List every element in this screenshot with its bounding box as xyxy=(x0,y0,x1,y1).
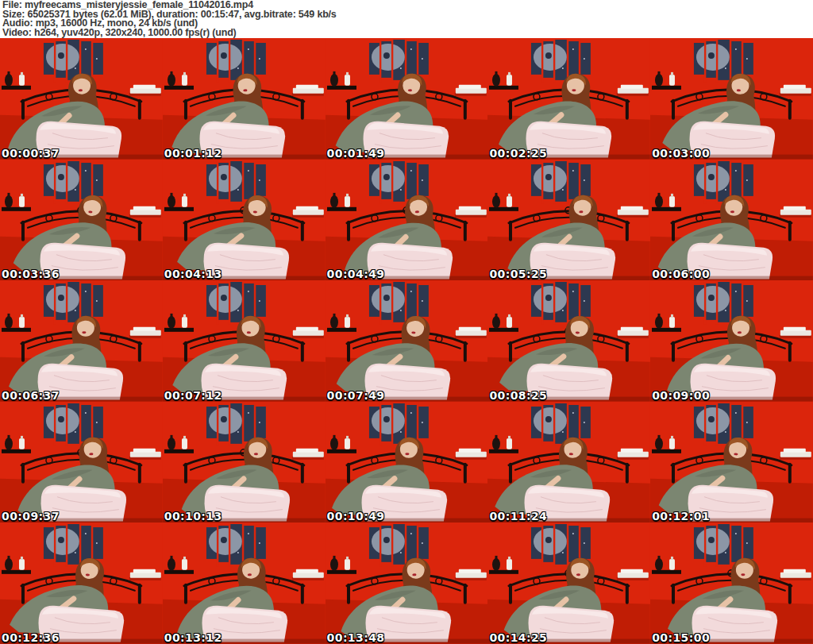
timestamp-overlay: 00:00:37 xyxy=(2,147,60,160)
metadata-header: File: myfreecams_misteryjessie_female_11… xyxy=(0,0,813,38)
video-frame-illustration xyxy=(163,523,326,644)
video-frame-illustration xyxy=(487,160,650,281)
video-frame-illustration xyxy=(0,523,163,644)
thumbnail-cell: 00:07:12 xyxy=(163,280,326,402)
thumbnail-cell: 00:11:24 xyxy=(487,402,650,523)
thumbnail-cell: 00:04:13 xyxy=(163,160,326,281)
timestamp-overlay: 00:04:13 xyxy=(164,268,222,280)
timestamp-overlay: 00:03:36 xyxy=(2,268,60,280)
timestamp-overlay: 00:08:25 xyxy=(489,389,547,402)
timestamp-overlay: 00:03:00 xyxy=(652,147,710,160)
video-frame-illustration xyxy=(487,402,650,523)
timestamp-overlay: 00:09:37 xyxy=(2,510,60,523)
thumbnail-cell: 00:10:13 xyxy=(163,402,326,523)
thumbnail-cell: 00:13:12 xyxy=(163,523,326,644)
thumbnail-cell: 00:01:49 xyxy=(326,38,488,160)
thumbnail-cell: 00:03:36 xyxy=(0,160,163,281)
video-frame-illustration xyxy=(487,280,650,402)
video-frame-illustration xyxy=(650,402,813,523)
thumbnail-cell: 00:06:00 xyxy=(650,160,813,281)
thumbnail-cell: 00:07:49 xyxy=(326,280,488,402)
video-frame-illustration xyxy=(0,160,163,281)
thumbnail-cell: 00:02:25 xyxy=(487,38,650,160)
timestamp-overlay: 00:01:12 xyxy=(164,147,222,160)
video-frame-illustration xyxy=(650,38,813,160)
video-frame-illustration xyxy=(326,160,488,281)
timestamp-overlay: 00:13:12 xyxy=(164,631,222,644)
video-frame-illustration xyxy=(0,402,163,523)
timestamp-overlay: 00:10:49 xyxy=(327,510,385,523)
thumbnail-cell: 00:15:00 xyxy=(650,523,813,644)
thumbnail-cell: 00:06:37 xyxy=(0,280,163,402)
video-frame-illustration xyxy=(487,523,650,644)
thumbnail-grid: 00:00:37 xyxy=(0,38,813,644)
timestamp-overlay: 00:12:36 xyxy=(2,631,60,644)
thumbnail-cell: 00:09:37 xyxy=(0,402,163,523)
video-frame-illustration xyxy=(326,402,488,523)
video-frame-illustration xyxy=(163,280,326,402)
video-frame-illustration xyxy=(650,523,813,644)
thumbnail-cell: 00:01:12 xyxy=(163,38,326,160)
thumbnail-cell: 00:03:00 xyxy=(650,38,813,160)
timestamp-overlay: 00:12:01 xyxy=(652,510,710,523)
timestamp-overlay: 00:06:37 xyxy=(2,389,60,402)
thumbnail-cell: 00:05:25 xyxy=(487,160,650,281)
thumbnail-cell: 00:08:25 xyxy=(487,280,650,402)
timestamp-overlay: 00:10:13 xyxy=(164,510,222,523)
timestamp-overlay: 00:01:49 xyxy=(327,147,385,160)
video-frame-illustration xyxy=(163,402,326,523)
thumbnail-cell: 00:12:36 xyxy=(0,523,163,644)
timestamp-overlay: 00:04:49 xyxy=(327,268,385,280)
timestamp-overlay: 00:09:00 xyxy=(652,389,710,402)
video-frame-illustration xyxy=(650,160,813,281)
video-frame-illustration xyxy=(326,523,488,644)
video-line: Video: h264, yuv420p, 320x240, 1000.00 f… xyxy=(2,29,813,38)
timestamp-overlay: 00:15:00 xyxy=(652,631,710,644)
thumbnail-cell: 00:04:49 xyxy=(326,160,488,281)
timestamp-overlay: 00:06:00 xyxy=(652,268,710,280)
video-frame-illustration xyxy=(0,38,163,160)
video-frame-illustration xyxy=(487,38,650,160)
timestamp-overlay: 00:11:24 xyxy=(489,510,547,523)
video-frame-illustration xyxy=(0,280,163,402)
video-frame-illustration xyxy=(163,38,326,160)
video-frame-illustration xyxy=(650,280,813,402)
thumbnail-cell: 00:00:37 xyxy=(0,38,163,160)
timestamp-overlay: 00:02:25 xyxy=(489,147,547,160)
video-frame-illustration xyxy=(326,38,488,160)
video-frame-illustration xyxy=(326,280,488,402)
timestamp-overlay: 00:07:49 xyxy=(327,389,385,402)
video-frame-illustration xyxy=(163,160,326,281)
thumbnail-cell: 00:10:49 xyxy=(326,402,488,523)
thumbnail-cell: 00:14:25 xyxy=(487,523,650,644)
thumbnail-cell: 00:12:01 xyxy=(650,402,813,523)
timestamp-overlay: 00:05:25 xyxy=(489,268,547,280)
timestamp-overlay: 00:14:25 xyxy=(489,631,547,644)
contact-sheet: File: myfreecams_misteryjessie_female_11… xyxy=(0,0,813,644)
thumbnail-cell: 00:09:00 xyxy=(650,280,813,402)
timestamp-overlay: 00:07:12 xyxy=(164,389,222,402)
thumbnail-cell: 00:13:48 xyxy=(326,523,488,644)
timestamp-overlay: 00:13:48 xyxy=(327,631,385,644)
